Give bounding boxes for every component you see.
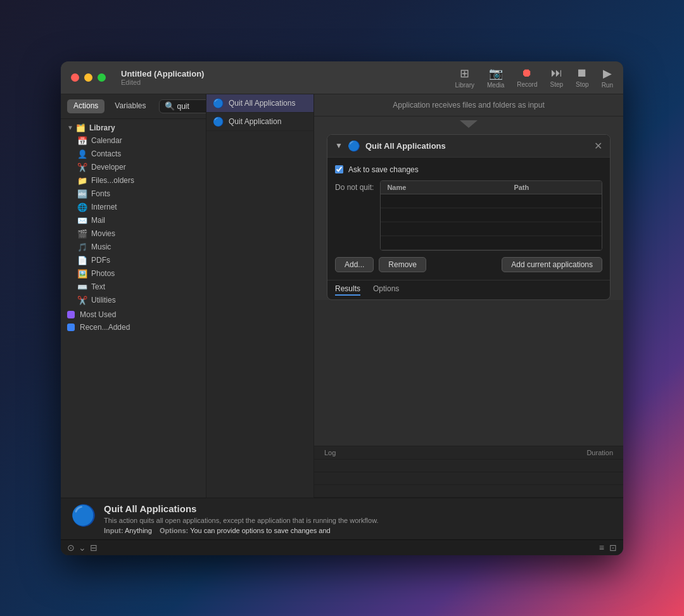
step-label: Step xyxy=(550,81,563,88)
sidebar-item-photos[interactable]: 🖼️ Photos xyxy=(61,267,206,280)
input-value: Anything xyxy=(125,527,152,534)
main-content: Actions Variables 🔍 ✕ ▼ 🗂️ Library 📅 xyxy=(61,94,623,498)
add-current-applications-button[interactable]: Add current applications xyxy=(502,257,602,272)
close-button[interactable] xyxy=(71,73,79,82)
table-row xyxy=(381,208,602,222)
sidebar-item-developer[interactable]: ✂️ Developer xyxy=(61,161,206,174)
tab-variables[interactable]: Variables xyxy=(108,99,152,113)
info-title: Quit All Applications xyxy=(104,503,613,514)
table-row xyxy=(381,222,602,236)
sidebar-item-label: Developer xyxy=(91,163,126,172)
movies-icon: 🎬 xyxy=(77,229,87,239)
table-cell xyxy=(507,194,520,208)
quit-icon: 🔵 xyxy=(213,116,224,127)
text-icon: ⌨️ xyxy=(77,282,87,292)
search-input[interactable] xyxy=(177,102,207,111)
sidebar-item-label: PDFs xyxy=(91,256,110,265)
toolbar: ⊞ Library 📷 Media ⏺ Record ⏭ Step ⏹ Stop… xyxy=(455,66,613,89)
action-card-close-button[interactable]: ✕ xyxy=(594,140,602,152)
sidebar-item-calendar[interactable]: 📅 Calendar xyxy=(61,134,206,148)
sidebar-item-pdfs[interactable]: 📄 PDFs xyxy=(61,254,206,267)
input-label: Input: xyxy=(104,527,124,534)
library-folder-icon: 🗂️ xyxy=(76,123,86,132)
search-bar: 🔍 ✕ xyxy=(159,99,207,113)
mail-icon: ✉️ xyxy=(77,216,87,225)
internet-icon: 🌐 xyxy=(77,203,87,212)
library-header[interactable]: ▼ 🗂️ Library xyxy=(61,122,206,134)
sidebar-item-label: Photos xyxy=(91,269,115,278)
media-icon: 📷 xyxy=(489,66,503,80)
sidebar-item-music[interactable]: 🎵 Music xyxy=(61,241,206,254)
table-cell xyxy=(381,194,507,208)
contacts-icon: 👤 xyxy=(77,149,87,159)
sidebar-item-utilities[interactable]: ✂️ Utilities xyxy=(61,294,206,307)
minimize-button[interactable] xyxy=(84,73,92,82)
sidebar-item-label: Music xyxy=(91,242,111,251)
sidebar-item-fonts[interactable]: 🔤 Fonts xyxy=(61,187,206,201)
ask-save-checkbox[interactable] xyxy=(335,165,343,173)
action-button-row: Add... Remove Add current applications xyxy=(335,257,602,272)
action-list: 🔵 Quit All Applications 🔵 Quit Applicati… xyxy=(206,94,314,498)
card-footer: Results Options xyxy=(327,280,610,299)
sidebar-item-internet[interactable]: 🌐 Internet xyxy=(61,201,206,214)
title-info: Untitled (Application) Edited xyxy=(121,69,455,86)
log-row xyxy=(314,472,623,485)
maximize-button[interactable] xyxy=(98,73,106,82)
collapse-button[interactable]: ▼ xyxy=(335,141,343,150)
sidebar-item-label: Movies xyxy=(91,229,115,238)
media-label: Media xyxy=(487,82,504,89)
sidebar-item-files[interactable]: 📁 Files...olders xyxy=(61,174,206,187)
log-rows xyxy=(314,460,623,498)
stop-toolbar-item[interactable]: ⏹ Stop xyxy=(576,66,589,88)
duration-label: Duration xyxy=(550,449,613,456)
action-card-body: Ask to save changes Do not quit: Name Pa… xyxy=(327,158,610,280)
info-meta: Input: Anything Options: You can provide… xyxy=(104,527,613,534)
sidebar-tabs: Actions Variables 🔍 ✕ xyxy=(61,94,206,119)
title-bar: Untitled (Application) Edited ⊞ Library … xyxy=(61,61,623,94)
library-toolbar-item[interactable]: ⊞ Library xyxy=(455,66,474,89)
sidebar-item-text[interactable]: ⌨️ Text xyxy=(61,280,206,294)
canvas-header-text: Application receives files and folders a… xyxy=(393,101,544,110)
library-chevron-icon: ▼ xyxy=(67,124,73,131)
sidebar-item-mail[interactable]: ✉️ Mail xyxy=(61,214,206,227)
status-icon-3[interactable]: ⊟ xyxy=(90,543,98,553)
status-icon-list[interactable]: ≡ xyxy=(599,543,604,553)
status-icon-1[interactable]: ⊙ xyxy=(67,543,75,553)
table-cell xyxy=(381,208,507,222)
record-toolbar-item[interactable]: ⏺ Record xyxy=(517,66,537,88)
sidebar: Actions Variables 🔍 ✕ ▼ 🗂️ Library 📅 xyxy=(61,94,206,498)
table-cell xyxy=(507,236,520,249)
pdfs-icon: 📄 xyxy=(77,256,87,265)
sidebar-item-label: Fonts xyxy=(91,189,110,198)
files-icon: 📁 xyxy=(77,176,87,185)
sidebar-item-movies[interactable]: 🎬 Movies xyxy=(61,227,206,241)
stop-label: Stop xyxy=(576,81,589,88)
table-row xyxy=(381,194,602,208)
media-toolbar-item[interactable]: 📷 Media xyxy=(487,66,504,89)
table-cell xyxy=(507,222,520,236)
add-button[interactable]: Add... xyxy=(335,257,374,272)
remove-button[interactable]: Remove xyxy=(379,257,426,272)
sidebar-item-label: Mail xyxy=(91,216,105,225)
tab-actions[interactable]: Actions xyxy=(67,99,104,113)
list-item-quit[interactable]: 🔵 Quit Application xyxy=(206,113,314,131)
bottom-panel: Log Duration xyxy=(314,446,623,498)
log-row xyxy=(314,485,623,498)
footer-tab-options[interactable]: Options xyxy=(373,284,399,296)
utilities-icon: ✂️ xyxy=(77,296,87,305)
log-label: Log xyxy=(324,449,550,456)
step-toolbar-item[interactable]: ⏭ Step xyxy=(550,66,563,88)
info-app-icon: 🔵 xyxy=(71,503,96,527)
list-item-quit-all[interactable]: 🔵 Quit All Applications xyxy=(206,94,314,113)
status-right: ≡ ⊡ xyxy=(599,543,617,553)
col-name-header: Name xyxy=(381,181,507,194)
sidebar-item-most-used[interactable]: Most Used xyxy=(61,308,206,321)
run-toolbar-item[interactable]: ▶ Run xyxy=(602,66,613,89)
checkbox-row: Ask to save changes xyxy=(335,165,602,174)
status-icon-2[interactable]: ⌄ xyxy=(79,543,86,553)
window-title: Untitled (Application) xyxy=(121,69,455,79)
status-icon-grid[interactable]: ⊡ xyxy=(609,543,617,553)
footer-tab-results[interactable]: Results xyxy=(335,284,360,296)
sidebar-item-contacts[interactable]: 👤 Contacts xyxy=(61,148,206,161)
sidebar-item-recently-added[interactable]: Recen...Added xyxy=(61,321,206,334)
